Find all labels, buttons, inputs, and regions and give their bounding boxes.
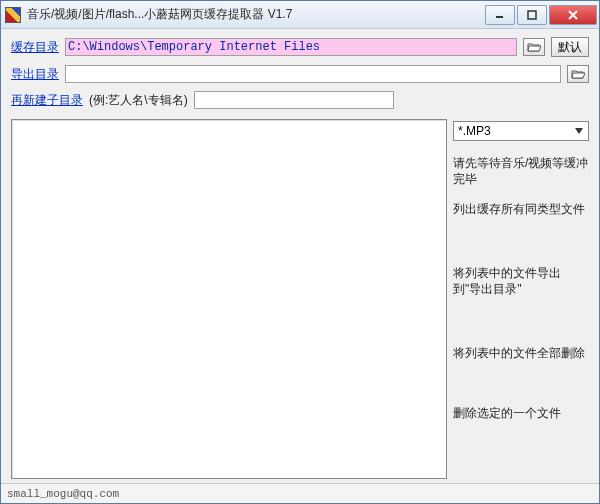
status-text: small_mogu@qq.com (7, 488, 119, 500)
form-area: 缓存目录 默认 导出目录 再新建子目录 (例:艺人名\专辑名) (1, 29, 599, 115)
spacer (453, 375, 589, 391)
msg-export: 将列表中的文件导出到"导出目录" (453, 265, 589, 297)
export-dir-row: 导出目录 (11, 65, 589, 83)
subdir-input[interactable] (194, 91, 394, 109)
svg-marker-4 (575, 128, 583, 134)
minimize-button[interactable] (485, 5, 515, 25)
cache-dir-row: 缓存目录 默认 (11, 37, 589, 57)
app-icon (5, 7, 21, 23)
msg-list: 列出缓存所有同类型文件 (453, 201, 589, 217)
window-title: 音乐/视频/图片/flash...小蘑菇网页缓存提取器 V1.7 (27, 6, 483, 23)
export-dir-label[interactable]: 导出目录 (11, 66, 59, 83)
export-dir-input[interactable] (65, 65, 561, 83)
cache-dir-label[interactable]: 缓存目录 (11, 39, 59, 56)
folder-open-icon (527, 41, 541, 53)
subdir-row: 再新建子目录 (例:艺人名\专辑名) (11, 91, 589, 109)
close-button[interactable] (549, 5, 597, 25)
maximize-button[interactable] (517, 5, 547, 25)
file-list[interactable] (11, 119, 447, 479)
chevron-down-icon (572, 124, 586, 138)
window-controls (483, 5, 597, 25)
default-button[interactable]: 默认 (551, 37, 589, 57)
svg-rect-1 (528, 11, 536, 19)
side-panel: *.MP3 请先等待音乐/视频等缓冲完毕 列出缓存所有同类型文件 将列表中的文件… (453, 119, 589, 479)
spacer (453, 311, 589, 331)
spacer (453, 231, 589, 251)
main-area: *.MP3 请先等待音乐/视频等缓冲完毕 列出缓存所有同类型文件 将列表中的文件… (1, 115, 599, 483)
cache-dir-browse-button[interactable] (523, 38, 545, 56)
subdir-hint: (例:艺人名\专辑名) (89, 92, 188, 109)
filetype-selected: *.MP3 (458, 124, 491, 138)
msg-wait: 请先等待音乐/视频等缓冲完毕 (453, 155, 589, 187)
app-window: 音乐/视频/图片/flash...小蘑菇网页缓存提取器 V1.7 缓存目录 默认… (0, 0, 600, 504)
cache-dir-input[interactable] (65, 38, 517, 56)
msg-delete-all: 将列表中的文件全部删除 (453, 345, 589, 361)
titlebar: 音乐/视频/图片/flash...小蘑菇网页缓存提取器 V1.7 (1, 1, 599, 29)
folder-open-icon (571, 68, 585, 80)
msg-delete-sel: 删除选定的一个文件 (453, 405, 589, 421)
status-bar: small_mogu@qq.com (1, 483, 599, 503)
filetype-combo[interactable]: *.MP3 (453, 121, 589, 141)
subdir-label[interactable]: 再新建子目录 (11, 92, 83, 109)
export-dir-browse-button[interactable] (567, 65, 589, 83)
